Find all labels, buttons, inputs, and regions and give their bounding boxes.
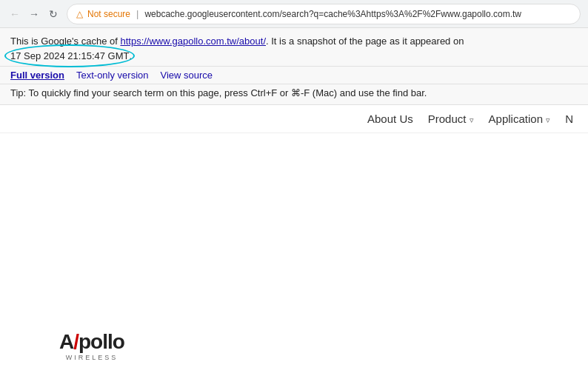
cache-middle: . It is a snapshot of the page as it app… [266,36,464,47]
nav-product[interactable]: Product ▿ [428,113,474,125]
cache-link[interactable]: https://www.gapollo.com.tw/about/ [120,36,266,47]
cache-date: 17 Sep 2024 21:15:47 GMT [10,50,129,61]
browser-toolbar: ← → ↻ △ Not secure | webcache.googleuser… [0,0,588,28]
url-separator: | [136,8,138,19]
cached-page-content: About Us Product ▿ Application ▿ N A/pol… [0,105,588,376]
product-dropdown-arrow: ▿ [470,115,474,124]
cache-date-highlighted: 17 Sep 2024 21:15:47 GMT [10,49,129,64]
version-bar: Full version Text-only version View sour… [0,67,588,84]
logo-slash: / [73,330,78,353]
logo-pollo: pollo [78,330,124,353]
nav-application[interactable]: Application ▿ [489,113,551,125]
site-nav: About Us Product ▿ Application ▿ N [0,105,588,133]
nav-buttons: ← → ↻ [7,7,61,21]
nav-about-us[interactable]: About Us [367,113,413,125]
view-source-link[interactable]: View source [161,70,213,81]
address-bar[interactable]: △ Not secure | webcache.googleuserconten… [67,4,581,24]
text-only-version-link[interactable]: Text-only version [76,70,149,81]
security-warning-icon: △ [76,9,83,19]
logo-text: A/pollo [59,330,124,354]
tip-bar: Tip: To quickly find your search term on… [0,84,588,105]
application-dropdown-arrow: ▿ [546,115,550,124]
site-logo: A/pollo WIRELESS [59,330,124,361]
nav-n[interactable]: N [565,113,573,125]
url-text: webcache.googleusercontent.com/search?q=… [144,9,521,19]
not-secure-label: Not secure [87,9,130,19]
tip-text: Tip: To quickly find your search term on… [10,87,427,98]
cache-notice-bar: This is Google's cache of https://www.ga… [0,28,588,67]
logo-sub: WIRELESS [59,354,124,361]
forward-button[interactable]: → [27,7,41,21]
back-button[interactable]: ← [7,7,22,21]
full-version-link[interactable]: Full version [10,70,64,81]
logo-a: A [59,330,73,353]
reload-button[interactable]: ↻ [46,7,61,21]
